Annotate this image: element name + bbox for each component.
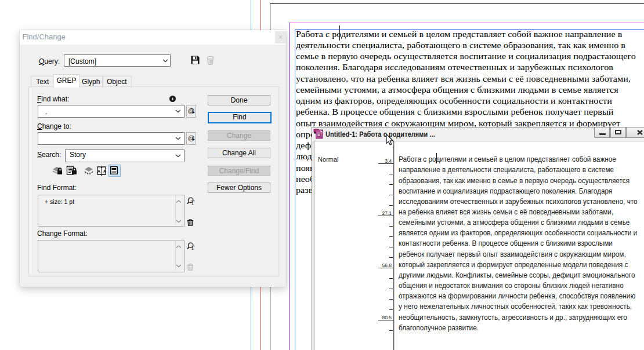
svg-text:Id: Id bbox=[317, 133, 320, 137]
svg-text:T: T bbox=[191, 199, 195, 206]
svg-text:A: A bbox=[97, 169, 100, 173]
svg-text:A: A bbox=[103, 169, 106, 173]
svg-text:T: T bbox=[191, 243, 195, 250]
